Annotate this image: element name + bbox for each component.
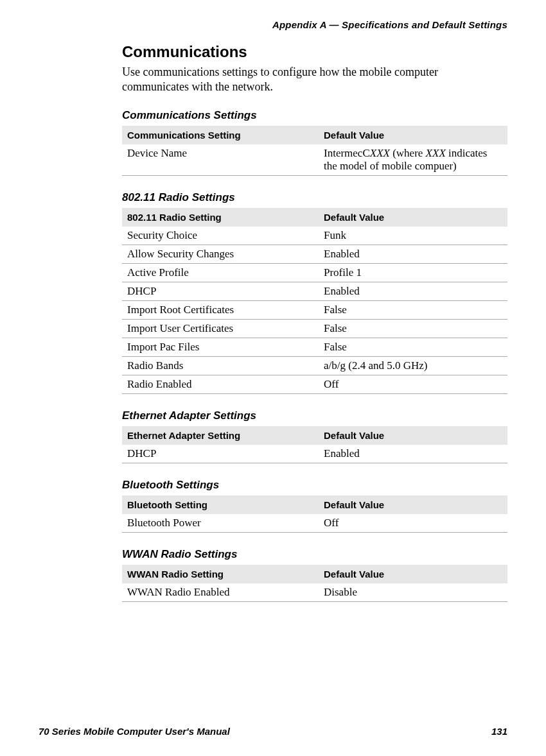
cell-setting: DHCP [122,445,319,463]
bluetooth-settings-title: Bluetooth Settings [122,479,507,492]
col-default: Default Value [319,495,507,514]
value-italic: XXX [370,147,390,159]
table-row: Active ProfileProfile 1 [122,263,507,282]
table-header-row: Ethernet Adapter Setting Default Value [122,426,507,445]
table-row: Security ChoiceFunk [122,227,507,245]
table-row: Allow Security ChangesEnabled [122,245,507,263]
cell-value: IntermecCXXX (where XXX indicates the mo… [319,144,507,176]
cell-setting: WWAN Radio Enabled [122,583,319,602]
cell-setting: DHCP [122,282,319,300]
section-intro: Use communications settings to configure… [122,65,507,95]
cell-setting: Import Root Certificates [122,300,319,319]
cell-setting: Radio Bands [122,356,319,375]
table-header-row: Communications Setting Default Value [122,126,507,144]
value-prefix: IntermecC [324,147,370,159]
value-mid: (where [390,147,426,159]
col-setting: Bluetooth Setting [122,495,319,514]
ethernet-settings-table: Ethernet Adapter Setting Default Value D… [122,426,507,463]
col-default: Default Value [319,565,507,583]
cell-value: Off [319,375,507,393]
radio-settings-table: 802.11 Radio Setting Default Value Secur… [122,208,507,394]
radio-settings-title: 802.11 Radio Settings [122,191,507,204]
table-row: Device Name IntermecCXXX (where XXX indi… [122,144,507,176]
cell-value: Enabled [319,245,507,263]
table-row: Radio EnabledOff [122,375,507,393]
communications-settings-table: Communications Setting Default Value Dev… [122,126,507,176]
cell-setting: Import User Certificates [122,319,319,338]
bluetooth-settings-table: Bluetooth Setting Default Value Bluetoot… [122,495,507,533]
cell-value: False [319,319,507,338]
table-row: Radio Bandsa/b/g (2.4 and 5.0 GHz) [122,356,507,375]
table-row: WWAN Radio EnabledDisable [122,583,507,602]
table-header-row: WWAN Radio Setting Default Value [122,565,507,583]
cell-value: a/b/g (2.4 and 5.0 GHz) [319,356,507,375]
wwan-settings-title: WWAN Radio Settings [122,548,507,561]
wwan-settings-table: WWAN Radio Setting Default Value WWAN Ra… [122,565,507,602]
col-setting: Ethernet Adapter Setting [122,426,319,445]
table-header-row: Bluetooth Setting Default Value [122,495,507,514]
table-row: Import Pac FilesFalse [122,338,507,356]
col-default: Default Value [319,126,507,144]
table-row: DHCPEnabled [122,282,507,300]
col-setting: Communications Setting [122,126,319,144]
cell-setting: Security Choice [122,227,319,245]
cell-setting: Import Pac Files [122,338,319,356]
table-row: Import User CertificatesFalse [122,319,507,338]
cell-value: False [319,300,507,319]
table-row: DHCPEnabled [122,445,507,463]
col-setting: 802.11 Radio Setting [122,208,319,227]
cell-setting: Device Name [122,144,319,176]
communications-settings-title: Communications Settings [122,109,507,122]
value-italic: XXX [426,147,446,159]
col-default: Default Value [319,426,507,445]
cell-setting: Allow Security Changes [122,245,319,263]
section-title: Communications [122,43,507,61]
appendix-header: Appendix A — Specifications and Default … [39,19,507,30]
footer-manual-title: 70 Series Mobile Computer User's Manual [39,726,230,737]
table-row: Import Root CertificatesFalse [122,300,507,319]
col-default: Default Value [319,208,507,227]
cell-value: Enabled [319,445,507,463]
cell-value: Disable [319,583,507,602]
col-setting: WWAN Radio Setting [122,565,319,583]
main-content: Communications Use communications settin… [122,43,507,602]
cell-value: Funk [319,227,507,245]
cell-setting: Bluetooth Power [122,514,319,533]
page-footer: 70 Series Mobile Computer User's Manual … [39,726,507,737]
table-header-row: 802.11 Radio Setting Default Value [122,208,507,227]
cell-value: Off [319,514,507,533]
cell-value: Enabled [319,282,507,300]
cell-value: False [319,338,507,356]
cell-setting: Active Profile [122,263,319,282]
cell-value: Profile 1 [319,263,507,282]
cell-setting: Radio Enabled [122,375,319,393]
ethernet-settings-title: Ethernet Adapter Settings [122,409,507,422]
footer-page-number: 131 [491,726,507,737]
table-row: Bluetooth PowerOff [122,514,507,533]
